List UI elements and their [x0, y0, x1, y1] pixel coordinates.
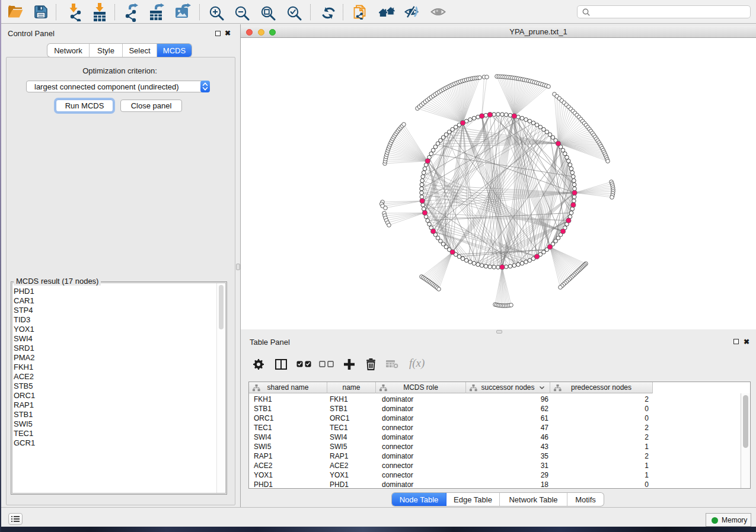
svg-text:f(x): f(x)	[409, 357, 425, 370]
